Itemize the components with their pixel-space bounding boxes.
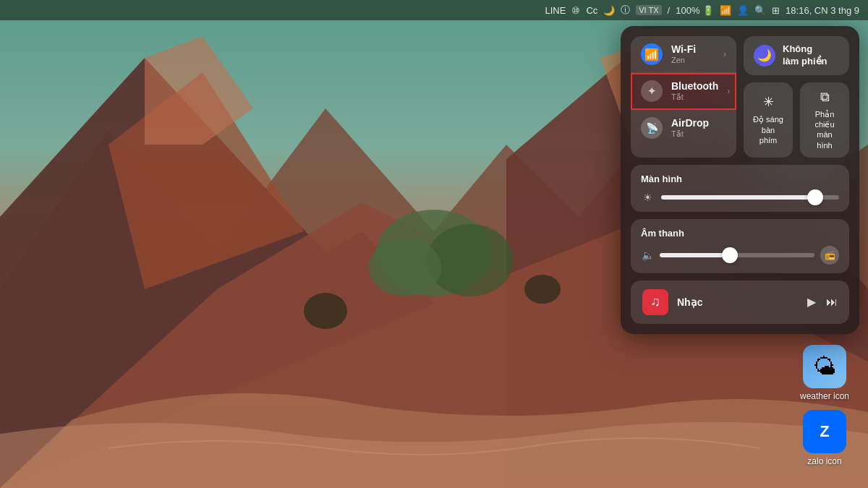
sound-label: Âm thanh — [641, 228, 839, 239]
weather-icon-label: weather icon — [800, 391, 849, 401]
bluetooth-toggle[interactable]: ✦ Bluetooth Tắt › — [631, 73, 736, 110]
screen-mirror-label: Phản chiếumàn hình — [809, 109, 841, 150]
music-controls: ▶ ⏭ — [807, 295, 838, 309]
weather-desktop-icon[interactable]: 🌤 weather icon — [796, 345, 854, 401]
airdrop-icon: 📡 — [641, 117, 663, 139]
music-app-icon: ♫ — [642, 289, 668, 315]
screen-mirror-tile[interactable]: ⧉ Phản chiếumàn hình — [800, 82, 849, 158]
volume-icon: 🔈 — [641, 249, 654, 261]
airdrop-toggle[interactable]: 📡 AirDrop Tắt — [631, 110, 736, 146]
music-title: Nhạc — [677, 296, 799, 308]
zalo-icon-label: zalo icon — [807, 456, 841, 466]
bluetooth-title: Bluetooth — [671, 80, 718, 93]
adobe-menubar-icon[interactable]: Cc — [586, 5, 597, 16]
wifi-toggle[interactable]: 📶 Wi-Fi Zen › — [631, 36, 736, 73]
svg-point-10 — [369, 239, 441, 296]
cc-right-col: 🌙 Không làm phiền ✳ Độ sángbàn phím ⧉ Ph… — [744, 36, 849, 158]
cc-small-tiles: ✳ Độ sángbàn phím ⧉ Phản chiếumàn hình — [744, 82, 849, 158]
weather-icon-image: 🌤 — [803, 345, 846, 388]
dnd-label: Không làm phiền — [783, 43, 827, 68]
keyboard-brightness-tile[interactable]: ✳ Độ sángbàn phím — [744, 82, 793, 158]
slash-menubar-icon: / — [668, 5, 671, 16]
battery-menubar: 100% 🔋 — [676, 5, 714, 16]
tenio-menubar-icon[interactable]: ⑩ — [571, 5, 580, 16]
cc-network-tile: 📶 Wi-Fi Zen › ✦ Bluetooth Tắt › 📡 — [631, 36, 736, 158]
moon-menubar-icon[interactable]: 🌙 — [603, 5, 615, 16]
airdrop-subtitle: Tắt — [671, 129, 726, 139]
bluetooth-chevron-icon: › — [727, 86, 730, 96]
menubar-right: LINE ⑩ Cc 🌙 ⓘ VI TX / 100% 🔋 📶 👤 🔍 ⊞ 18:… — [545, 4, 859, 17]
airdrop-title: AirDrop — [671, 117, 726, 129]
line-menubar-icon[interactable]: LINE — [545, 5, 566, 16]
menubar: LINE ⑩ Cc 🌙 ⓘ VI TX / 100% 🔋 📶 👤 🔍 ⊞ 18:… — [0, 0, 868, 20]
keyboard-brightness-icon: ✳ — [763, 94, 774, 110]
bluetooth-icon: ✦ — [641, 80, 663, 102]
screen-mirror-icon: ⧉ — [820, 90, 830, 105]
moon-icon: 🌙 — [754, 45, 775, 67]
search-menubar-icon[interactable]: 🔍 — [754, 5, 766, 16]
brightness-slider-row: ☀ — [641, 192, 839, 203]
control-center: 📶 Wi-Fi Zen › ✦ Bluetooth Tắt › 📡 — [621, 26, 859, 334]
music-section: ♫ Nhạc ▶ ⏭ — [631, 281, 849, 324]
wifi-icon: 📶 — [641, 43, 663, 65]
wifi-chevron-icon: › — [723, 49, 726, 59]
zalo-icon-image: Z — [803, 410, 846, 453]
do-not-disturb-toggle[interactable]: 🌙 Không làm phiền — [744, 36, 849, 75]
user-menubar-icon[interactable]: 👤 — [737, 5, 749, 16]
display-label: Màn hình — [641, 174, 839, 184]
info-menubar-icon[interactable]: ⓘ — [621, 4, 630, 17]
sound-slider-row: 🔈 📻 — [641, 246, 839, 265]
fast-forward-button[interactable]: ⏭ — [826, 296, 838, 309]
wifi-subtitle: Zen — [671, 56, 715, 65]
bluetooth-subtitle: Tắt — [671, 93, 718, 102]
airplay-audio-icon[interactable]: 📻 — [820, 246, 839, 265]
cc-top-row: 📶 Wi-Fi Zen › ✦ Bluetooth Tắt › 📡 — [631, 36, 849, 158]
wifi-menubar-icon[interactable]: 📶 — [720, 5, 731, 16]
display-section: Màn hình ☀ — [631, 165, 849, 212]
keyboard-brightness-label: Độ sángbàn phím — [752, 114, 784, 145]
brightness-low-icon: ☀ — [641, 192, 654, 203]
sound-section: Âm thanh 🔈 📻 — [631, 219, 849, 273]
zalo-desktop-icon[interactable]: Z zalo icon — [796, 410, 854, 466]
controlcenter-menubar-icon[interactable]: ⊞ — [772, 5, 780, 16]
input-menubar-icon[interactable]: VI TX — [636, 5, 661, 15]
wifi-title: Wi-Fi — [671, 43, 715, 56]
svg-point-11 — [304, 293, 347, 329]
menubar-time: 18:16, CN 3 thg 9 — [786, 5, 859, 16]
svg-point-12 — [524, 275, 561, 304]
play-button[interactable]: ▶ — [807, 295, 816, 309]
brightness-slider[interactable] — [661, 195, 839, 200]
volume-slider[interactable] — [660, 253, 814, 257]
